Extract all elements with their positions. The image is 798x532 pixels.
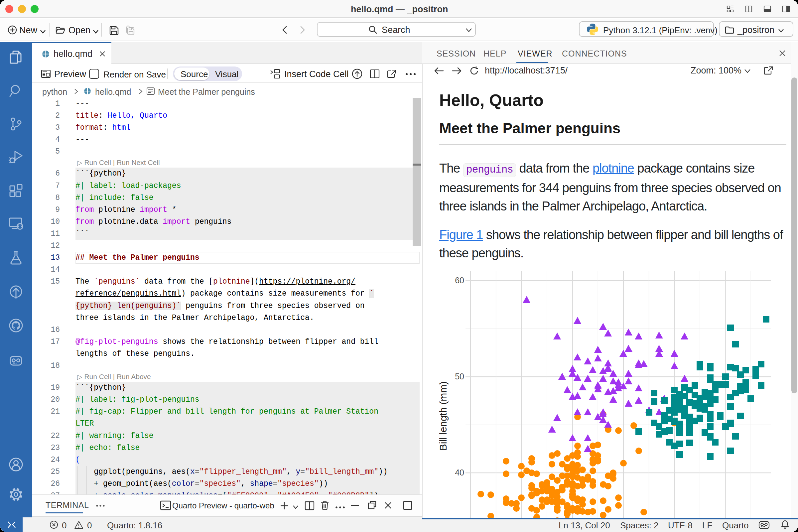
svg-text:Bill length (mm): Bill length (mm) (438, 381, 449, 451)
svg-text:40: 40 (455, 468, 464, 477)
svg-text:60: 60 (455, 276, 464, 285)
svg-text:50: 50 (455, 372, 464, 381)
